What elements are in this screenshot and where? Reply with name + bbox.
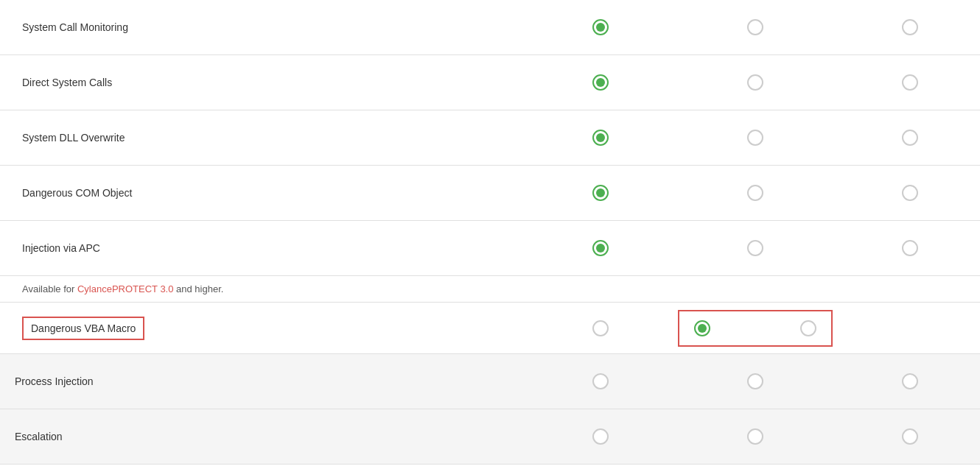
radio-col-1[interactable] (523, 428, 678, 445)
radio-button-empty[interactable] (747, 130, 763, 146)
radio-button-empty[interactable] (747, 428, 763, 445)
radio-button-empty[interactable] (902, 130, 918, 146)
available-suffix: and higher. (173, 283, 223, 294)
radio-button-empty[interactable] (902, 74, 918, 91)
radio-col-1[interactable] (523, 19, 678, 35)
row-dangerous-vba-macro: Dangerous VBA Macro (0, 303, 980, 354)
radio-col-3[interactable] (833, 19, 980, 35)
radio-col-2[interactable] (678, 185, 833, 201)
radio-col-2[interactable] (678, 19, 833, 35)
radio-button-empty[interactable] (747, 19, 763, 35)
radio-button-empty[interactable] (800, 320, 816, 336)
available-note: Available for CylancePROTECT 3.0 and hig… (0, 276, 980, 303)
row-system-dll-overwrite: System DLL Overwrite (0, 110, 980, 166)
row-label: Process Injection (7, 375, 523, 387)
radio-button-empty[interactable] (747, 373, 763, 389)
radio-col-1[interactable] (523, 130, 678, 146)
row-label: System DLL Overwrite (7, 132, 523, 144)
radio-button-empty[interactable] (902, 19, 918, 35)
radio-col-3[interactable] (833, 240, 980, 256)
row-label: Escalation (7, 431, 523, 442)
radio-button-empty[interactable] (902, 240, 918, 256)
radio-button-empty[interactable] (902, 428, 918, 445)
radio-col-3[interactable] (833, 74, 980, 91)
radio-col-1[interactable] (523, 185, 678, 201)
row-label: Injection via APC (7, 242, 523, 254)
radio-col-2[interactable] (678, 373, 833, 389)
radio-button-empty[interactable] (747, 240, 763, 256)
radio-button-empty[interactable] (747, 185, 763, 201)
radio-col-1[interactable] (523, 240, 678, 256)
radio-col-2[interactable] (678, 130, 833, 146)
row-system-call-monitoring: System Call Monitoring (0, 0, 980, 55)
radio-button-empty[interactable] (592, 373, 609, 389)
radio-col-3[interactable] (833, 185, 980, 201)
radio-col-1[interactable] (523, 320, 678, 336)
radio-button-selected[interactable] (592, 240, 609, 256)
radio-col-1[interactable] (523, 74, 678, 91)
row-label: System Call Monitoring (7, 21, 523, 33)
row-dangerous-com-object: Dangerous COM Object (0, 166, 980, 221)
radio-button-selected[interactable] (694, 320, 710, 336)
radio-button-empty[interactable] (902, 373, 918, 389)
radio-col-2[interactable] (678, 310, 833, 347)
row-label: Dangerous VBA Macro (7, 317, 523, 340)
radio-col-2[interactable] (678, 240, 833, 256)
row-injection-via-apc: Injection via APC (0, 221, 980, 276)
radio-button-selected[interactable] (592, 19, 609, 35)
radio-button-selected[interactable] (592, 74, 609, 91)
radio-button-empty[interactable] (902, 185, 918, 201)
settings-table: System Call Monitoring Direct System Cal… (0, 0, 980, 466)
available-prefix: Available for (22, 283, 77, 294)
radio-col-2[interactable] (678, 428, 833, 445)
radio-button-empty[interactable] (747, 74, 763, 91)
radio-button-empty[interactable] (592, 320, 609, 336)
row-process-injection: Process Injection (0, 354, 980, 409)
row-label: Dangerous COM Object (7, 187, 523, 199)
radio-button-selected[interactable] (592, 185, 609, 201)
vba-radio-bordered[interactable] (678, 310, 833, 347)
row-label: Direct System Calls (7, 77, 523, 88)
vba-label-bordered: Dangerous VBA Macro (22, 317, 144, 340)
row-escalation: Escalation (0, 409, 980, 465)
radio-col-3[interactable] (833, 373, 980, 389)
row-direct-system-calls: Direct System Calls (0, 55, 980, 110)
radio-col-2[interactable] (678, 74, 833, 91)
radio-col-3[interactable] (833, 428, 980, 445)
radio-button-selected[interactable] (592, 130, 609, 146)
radio-button-empty[interactable] (592, 428, 609, 445)
radio-col-1[interactable] (523, 373, 678, 389)
radio-col-3[interactable] (833, 130, 980, 146)
available-highlight: CylancePROTECT 3.0 (77, 283, 174, 294)
